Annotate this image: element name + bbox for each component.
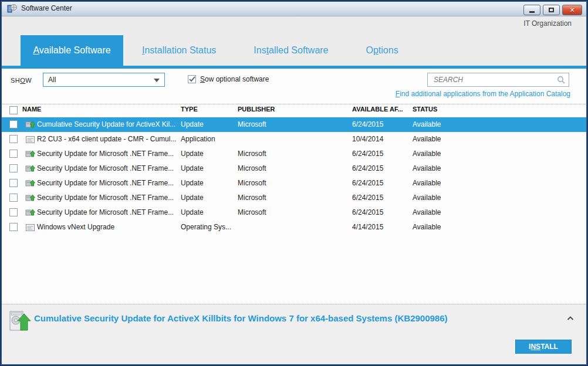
maximize-icon: [549, 8, 554, 12]
software-center-window: Software Center ✕ IT Organization Availa…: [0, 0, 588, 366]
search-input[interactable]: [428, 73, 556, 86]
column-header-name[interactable]: NAME: [22, 106, 41, 113]
app-icon: [7, 3, 18, 13]
row-checkbox[interactable]: [9, 135, 18, 143]
optional-software-checkbox[interactable]: [188, 75, 196, 83]
tab-installed-software[interactable]: Installed Software: [235, 35, 347, 66]
row-checkbox[interactable]: [9, 164, 18, 172]
update-icon: [25, 178, 35, 188]
status-badge: Available: [413, 150, 441, 158]
tab-options[interactable]: Options: [347, 35, 417, 66]
column-header-type[interactable]: TYPE: [181, 106, 198, 113]
application-icon: [25, 134, 35, 144]
checkmark-icon: [189, 76, 195, 82]
status-badge: Available: [413, 120, 441, 128]
status-badge: Available: [413, 164, 441, 172]
close-button[interactable]: ✕: [562, 5, 582, 15]
tab-bar: Available Software Installation Status I…: [0, 35, 588, 66]
row-checkbox[interactable]: [9, 208, 18, 216]
table-row[interactable]: Cumulative Security Update for ActiveX K…: [0, 117, 588, 132]
search-icon[interactable]: [557, 76, 566, 84]
row-checkbox[interactable]: [9, 223, 18, 231]
title-bar[interactable]: Software Center ✕: [0, 0, 588, 16]
collapse-detail-button[interactable]: [567, 313, 574, 323]
window-title: Software Center: [21, 4, 72, 12]
table-row[interactable]: Windows vNext Upgrade Operating Sys... 4…: [0, 220, 588, 235]
table-row[interactable]: Security Update for Microsoft .NET Frame…: [0, 205, 588, 220]
table-row[interactable]: R2 CU3 - x64 client update - CMR - Cumul…: [0, 132, 588, 147]
update-icon: [25, 164, 35, 174]
select-all-checkbox[interactable]: [9, 106, 18, 114]
status-badge: Available: [413, 179, 441, 187]
install-button[interactable]: INSTALL: [515, 340, 572, 354]
column-header-available-after[interactable]: AVAILABLE AF...: [352, 106, 403, 113]
chevron-down-icon: [154, 79, 160, 82]
column-header-status[interactable]: STATUS: [413, 106, 437, 113]
update-icon: [25, 149, 35, 159]
optional-software-label: Show optional software: [200, 75, 269, 83]
organization-label: IT Organization: [523, 19, 572, 28]
row-checkbox[interactable]: [9, 120, 18, 128]
update-icon: [25, 120, 35, 130]
table-top-divider: [2, 104, 586, 104]
show-filter-dropdown[interactable]: All: [43, 73, 165, 87]
application-catalog-link[interactable]: Find additional applications from the Ap…: [396, 90, 570, 98]
status-badge: Available: [413, 208, 441, 216]
close-icon: ✕: [569, 6, 575, 14]
table-row[interactable]: Security Update for Microsoft .NET Frame…: [0, 147, 588, 161]
minimize-button[interactable]: [523, 5, 540, 15]
table-row[interactable]: Security Update for Microsoft .NET Frame…: [0, 161, 588, 176]
software-package-icon: [7, 309, 32, 334]
tab-available-software[interactable]: Available Software: [21, 35, 123, 66]
table-row[interactable]: Security Update for Microsoft .NET Frame…: [0, 176, 588, 191]
dropdown-value: All: [48, 76, 56, 84]
maximize-button[interactable]: [543, 5, 560, 15]
row-checkbox[interactable]: [9, 150, 18, 158]
search-box[interactable]: [427, 73, 569, 87]
optional-software-checkbox-group[interactable]: Show optional software: [188, 75, 269, 83]
update-icon: [25, 193, 35, 203]
status-badge: Available: [413, 135, 441, 143]
chevron-up-icon: [567, 316, 574, 321]
software-list: Cumulative Security Update for ActiveX K…: [0, 117, 588, 235]
table-header: NAME TYPE PUBLISHER AVAILABLE AF... STAT…: [0, 106, 588, 117]
column-header-publisher[interactable]: PUBLISHER: [238, 106, 275, 113]
application-icon: [25, 222, 35, 232]
row-checkbox[interactable]: [9, 194, 18, 202]
show-filter-label: SHOW: [11, 77, 32, 84]
update-icon: [25, 208, 35, 218]
row-checkbox[interactable]: [9, 179, 18, 187]
status-badge: Available: [413, 223, 441, 231]
minimize-icon: [529, 11, 535, 13]
detail-pane: Cumulative Security Update for ActiveX K…: [0, 304, 588, 366]
tab-installation-status[interactable]: Installation Status: [123, 35, 235, 66]
selected-item-title: Cumulative Security Update for ActiveX K…: [34, 313, 550, 323]
status-badge: Available: [413, 194, 441, 202]
table-row[interactable]: Security Update for Microsoft .NET Frame…: [0, 191, 588, 205]
